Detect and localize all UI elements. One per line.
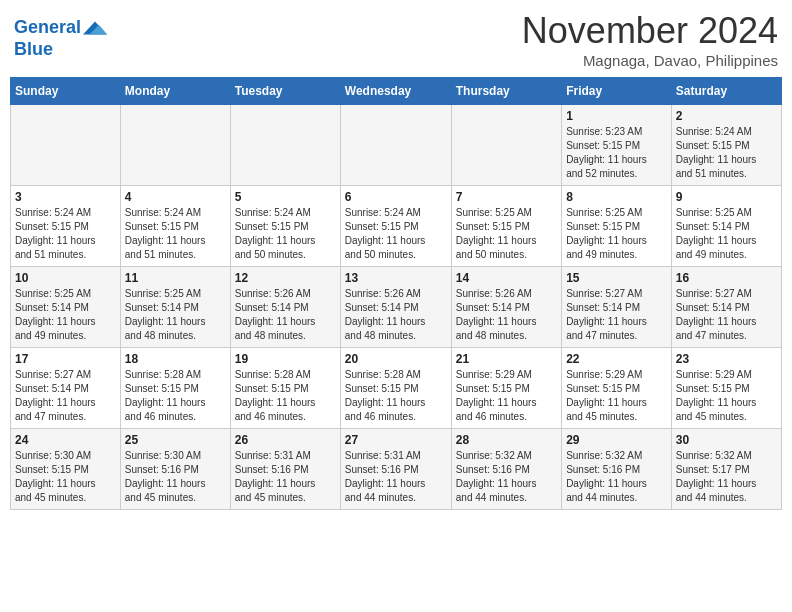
calendar-cell: 22Sunrise: 5:29 AMSunset: 5:15 PMDayligh… (562, 348, 672, 429)
title-section: November 2024 Magnaga, Davao, Philippine… (522, 10, 778, 69)
sunrise-info: Sunrise: 5:25 AM (125, 288, 201, 299)
daylight-info: Daylight: 11 hours (235, 235, 316, 246)
daylight-info: and 45 minutes. (15, 492, 86, 503)
sunrise-info: Sunrise: 5:29 AM (566, 369, 642, 380)
sunset-info: Sunset: 5:15 PM (566, 221, 640, 232)
sunrise-info: Sunrise: 5:31 AM (235, 450, 311, 461)
daylight-info: Daylight: 11 hours (15, 316, 96, 327)
daylight-info: and 48 minutes. (125, 330, 196, 341)
day-number: 19 (235, 352, 336, 366)
calendar-cell: 11Sunrise: 5:25 AMSunset: 5:14 PMDayligh… (120, 267, 230, 348)
day-info: Sunrise: 5:28 AMSunset: 5:15 PMDaylight:… (235, 368, 336, 424)
sunrise-info: Sunrise: 5:26 AM (345, 288, 421, 299)
calendar-cell: 24Sunrise: 5:30 AMSunset: 5:15 PMDayligh… (11, 429, 121, 510)
sunrise-info: Sunrise: 5:27 AM (566, 288, 642, 299)
sunset-info: Sunset: 5:14 PM (456, 302, 530, 313)
calendar-cell: 5Sunrise: 5:24 AMSunset: 5:15 PMDaylight… (230, 186, 340, 267)
day-info: Sunrise: 5:26 AMSunset: 5:14 PMDaylight:… (235, 287, 336, 343)
calendar-cell: 10Sunrise: 5:25 AMSunset: 5:14 PMDayligh… (11, 267, 121, 348)
day-number: 15 (566, 271, 667, 285)
day-number: 28 (456, 433, 557, 447)
day-number: 5 (235, 190, 336, 204)
week-row-4: 17Sunrise: 5:27 AMSunset: 5:14 PMDayligh… (11, 348, 782, 429)
day-number: 1 (566, 109, 667, 123)
sunrise-info: Sunrise: 5:28 AM (235, 369, 311, 380)
sunset-info: Sunset: 5:16 PM (125, 464, 199, 475)
daylight-info: Daylight: 11 hours (566, 397, 647, 408)
daylight-info: Daylight: 11 hours (456, 397, 537, 408)
calendar-cell: 15Sunrise: 5:27 AMSunset: 5:14 PMDayligh… (562, 267, 672, 348)
day-number: 17 (15, 352, 116, 366)
week-row-5: 24Sunrise: 5:30 AMSunset: 5:15 PMDayligh… (11, 429, 782, 510)
daylight-info: Daylight: 11 hours (15, 235, 96, 246)
day-info: Sunrise: 5:32 AMSunset: 5:16 PMDaylight:… (566, 449, 667, 505)
day-info: Sunrise: 5:24 AMSunset: 5:15 PMDaylight:… (15, 206, 116, 262)
calendar-cell: 19Sunrise: 5:28 AMSunset: 5:15 PMDayligh… (230, 348, 340, 429)
sunrise-info: Sunrise: 5:25 AM (456, 207, 532, 218)
day-info: Sunrise: 5:28 AMSunset: 5:15 PMDaylight:… (125, 368, 226, 424)
daylight-info: Daylight: 11 hours (676, 235, 757, 246)
day-number: 14 (456, 271, 557, 285)
day-info: Sunrise: 5:31 AMSunset: 5:16 PMDaylight:… (345, 449, 447, 505)
sunset-info: Sunset: 5:15 PM (345, 221, 419, 232)
calendar-cell: 9Sunrise: 5:25 AMSunset: 5:14 PMDaylight… (671, 186, 781, 267)
day-number: 8 (566, 190, 667, 204)
day-number: 25 (125, 433, 226, 447)
daylight-info: and 51 minutes. (125, 249, 196, 260)
daylight-info: and 49 minutes. (15, 330, 86, 341)
calendar-cell: 16Sunrise: 5:27 AMSunset: 5:14 PMDayligh… (671, 267, 781, 348)
sunset-info: Sunset: 5:14 PM (566, 302, 640, 313)
calendar-cell (340, 105, 451, 186)
day-info: Sunrise: 5:27 AMSunset: 5:14 PMDaylight:… (676, 287, 777, 343)
day-info: Sunrise: 5:32 AMSunset: 5:16 PMDaylight:… (456, 449, 557, 505)
day-number: 30 (676, 433, 777, 447)
daylight-info: Daylight: 11 hours (566, 316, 647, 327)
calendar-cell: 27Sunrise: 5:31 AMSunset: 5:16 PMDayligh… (340, 429, 451, 510)
logo-icon (83, 16, 107, 40)
day-number: 3 (15, 190, 116, 204)
sunset-info: Sunset: 5:15 PM (676, 140, 750, 151)
daylight-info: Daylight: 11 hours (345, 478, 426, 489)
logo-blue-text: Blue (14, 40, 107, 60)
sunrise-info: Sunrise: 5:30 AM (15, 450, 91, 461)
daylight-info: and 51 minutes. (676, 168, 747, 179)
calendar-cell: 13Sunrise: 5:26 AMSunset: 5:14 PMDayligh… (340, 267, 451, 348)
daylight-info: Daylight: 11 hours (566, 478, 647, 489)
daylight-info: and 47 minutes. (15, 411, 86, 422)
day-info: Sunrise: 5:30 AMSunset: 5:15 PMDaylight:… (15, 449, 116, 505)
day-number: 16 (676, 271, 777, 285)
day-info: Sunrise: 5:32 AMSunset: 5:17 PMDaylight:… (676, 449, 777, 505)
sunset-info: Sunset: 5:14 PM (15, 383, 89, 394)
day-info: Sunrise: 5:25 AMSunset: 5:14 PMDaylight:… (676, 206, 777, 262)
calendar-table: SundayMondayTuesdayWednesdayThursdayFrid… (10, 77, 782, 510)
sunrise-info: Sunrise: 5:27 AM (15, 369, 91, 380)
daylight-info: Daylight: 11 hours (456, 316, 537, 327)
day-info: Sunrise: 5:25 AMSunset: 5:14 PMDaylight:… (15, 287, 116, 343)
day-info: Sunrise: 5:30 AMSunset: 5:16 PMDaylight:… (125, 449, 226, 505)
sunset-info: Sunset: 5:17 PM (676, 464, 750, 475)
sunset-info: Sunset: 5:14 PM (345, 302, 419, 313)
sunrise-info: Sunrise: 5:28 AM (125, 369, 201, 380)
calendar-cell: 3Sunrise: 5:24 AMSunset: 5:15 PMDaylight… (11, 186, 121, 267)
day-number: 13 (345, 271, 447, 285)
daylight-info: and 48 minutes. (235, 330, 306, 341)
sunrise-info: Sunrise: 5:25 AM (566, 207, 642, 218)
day-number: 4 (125, 190, 226, 204)
daylight-info: and 46 minutes. (235, 411, 306, 422)
sunset-info: Sunset: 5:14 PM (15, 302, 89, 313)
day-info: Sunrise: 5:29 AMSunset: 5:15 PMDaylight:… (676, 368, 777, 424)
daylight-info: Daylight: 11 hours (345, 397, 426, 408)
day-number: 26 (235, 433, 336, 447)
logo-text: General (14, 18, 81, 38)
sunrise-info: Sunrise: 5:27 AM (676, 288, 752, 299)
daylight-info: Daylight: 11 hours (235, 316, 316, 327)
daylight-info: and 48 minutes. (345, 330, 416, 341)
daylight-info: Daylight: 11 hours (676, 478, 757, 489)
daylight-info: and 49 minutes. (676, 249, 747, 260)
day-number: 20 (345, 352, 447, 366)
day-number: 11 (125, 271, 226, 285)
weekday-saturday: Saturday (671, 78, 781, 105)
day-info: Sunrise: 5:26 AMSunset: 5:14 PMDaylight:… (345, 287, 447, 343)
calendar-cell: 25Sunrise: 5:30 AMSunset: 5:16 PMDayligh… (120, 429, 230, 510)
daylight-info: and 45 minutes. (125, 492, 196, 503)
